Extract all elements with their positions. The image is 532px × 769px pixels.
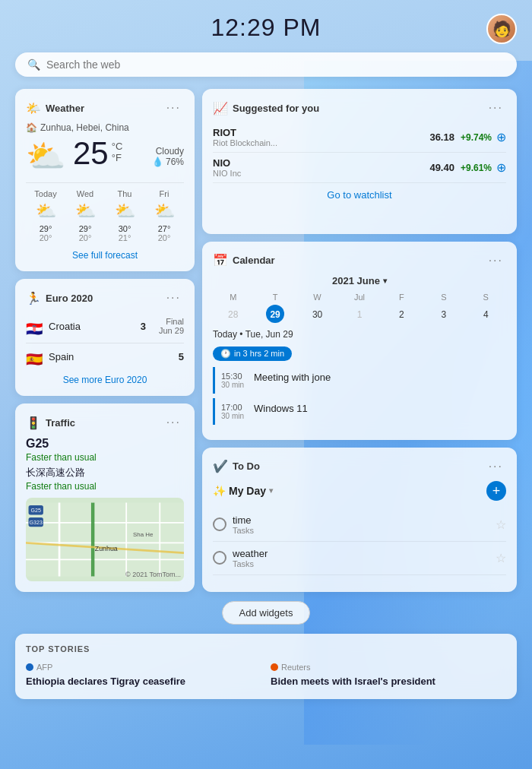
stocks-title: Suggested for you [233,103,319,114]
cal-day-29[interactable]: 29 [266,305,284,323]
event-1-duration: 30 min [221,412,248,420]
todo-myday-row: ✨ My Day ▾ + [213,481,506,501]
top-stories-label: TOP STORIES [26,644,506,653]
forecast-day-0: Today ⛅ 29° 20° [26,189,65,242]
map-svg: Zunhua Sha He G25 G323 [26,498,184,581]
euro-menu[interactable]: ··· [163,290,184,306]
svg-text:Sha He: Sha He [133,531,154,538]
right-column: 📈 Suggested for you ··· RIOT Riot Blockc… [202,89,517,592]
stock-ticker-1: NIO [213,157,429,169]
cal-day-2[interactable]: 2 [392,305,410,323]
todo-text-0: time Tasks [233,514,489,535]
weather-forecast: Today ⛅ 29° 20° Wed ⛅ 29° 20° [26,182,184,242]
cal-day-4[interactable]: 4 [477,305,495,323]
dow-0: M [213,291,253,303]
todo-icon: ✔️ [213,459,228,473]
stock-add-0[interactable]: ⊕ [496,130,506,144]
story-headline-1: Biden meets with Israel's president [271,675,506,688]
add-widgets-row: Add widgets [15,601,517,625]
search-input[interactable] [46,59,505,71]
soccer-icon: 🏃 [26,291,41,305]
event-0-time: 15:30 [221,372,248,381]
search-bar[interactable]: 🔍 [15,52,517,77]
stocks-header: 📈 Suggested for you ··· [213,100,506,116]
map-watermark: © 2021 TomTom... [125,571,181,578]
weather-condition: Cloudy 💧 76% [152,146,184,167]
event-0-duration: 30 min [221,381,248,389]
cal-day-30[interactable]: 30 [309,305,327,323]
stock-info-0: RIOT Riot Blockchain... [213,127,429,147]
calendar-icon: 📅 [213,253,228,267]
see-forecast-link[interactable]: See full forecast [26,250,184,261]
stock-price-0: 36.18 [429,131,454,143]
cal-event-1[interactable]: 17:00 30 min Windows 11 [213,398,506,425]
weather-header: 🌤️ Weather ··· [26,100,184,116]
story-headline-0: Ethiopia declares Tigray ceasefire [26,675,261,688]
forecast-day-3: Fri ⛅ 27° 20° [144,189,184,242]
croatia-flag: 🇭🇷 [26,321,43,332]
todo-task-name-1: weather [233,548,489,559]
avatar[interactable]: 🧑 [486,14,517,44]
stories-grid: AFP Ethiopia declares Tigray ceasefire R… [26,663,506,688]
temp-value: 25 [73,138,109,169]
weather-menu[interactable]: ··· [163,100,184,116]
cal-day-3[interactable]: 3 [435,305,453,323]
stock-price-1: 49.40 [429,162,454,173]
location-icon: 🏠 [26,122,37,133]
todo-menu[interactable]: ··· [486,458,506,475]
dow-3: Jul [339,291,379,303]
traffic-title-row: 🚦 Traffic [26,416,75,430]
match-team2-row: 🇪🇸 Spain 5 [26,347,184,367]
calendar-month: 2021 June ▾ [213,275,506,286]
sun-icon: ✨ [213,485,226,497]
dow-6: S [466,291,506,303]
match-team1-row: 🇭🇷 Croatia 3 Final Jun 29 [26,312,184,340]
traffic-road1-status: Faster than usual [26,452,184,463]
dow-1: T [255,291,295,303]
traffic-menu[interactable]: ··· [163,414,184,431]
widgets-area: 🌤️ Weather ··· 🏠 Zunhua, Hebei, China ⛅ … [15,89,517,592]
event-0-title: Meeting with jone [254,372,331,383]
team1-name: Croatia [49,321,81,332]
todo-myday-label: ✨ My Day ▾ [213,485,273,497]
todo-text-1: weather Tasks [233,548,489,568]
stock-row-0: RIOT Riot Blockchain... 36.18 +9.74% ⊕ [213,122,506,153]
dow-2: W [297,291,337,303]
traffic-widget: 🚦 Traffic ··· G25 Faster than usual 长深高速… [15,403,195,592]
todo-checkbox-0[interactable] [213,517,226,531]
top-stories-section: TOP STORIES AFP Ethiopia declares Tigray… [15,634,517,699]
todo-item-0: time Tasks ☆ [213,508,506,542]
see-more-euro-link[interactable]: See more Euro 2020 [26,375,184,385]
todo-title-row: ✔️ To Do [213,459,260,473]
cal-day-1[interactable]: 1 [350,305,369,323]
todo-add-button[interactable]: + [486,481,506,501]
cal-day-28[interactable]: 28 [224,305,242,323]
go-watchlist-link[interactable]: Go to watchlist [213,189,506,201]
chevron-down-icon: ▾ [383,277,387,285]
todo-task-sub-1: Tasks [233,559,489,568]
team1-score: 3 [131,321,146,332]
story-source-0: AFP [26,663,261,672]
calendar-title: Calendar [233,255,275,266]
todo-star-0[interactable]: ☆ [496,517,506,532]
forecast-day-2: Thu ⛅ 30° 21° [105,189,144,242]
stocks-title-row: 📈 Suggested for you [213,101,319,116]
add-widgets-button[interactable]: Add widgets [222,601,311,625]
cal-event-0[interactable]: 15:30 30 min Meeting with jone [213,367,506,394]
match-divider [26,343,184,343]
todo-task-name-0: time [233,514,489,526]
story-card-1[interactable]: Reuters Biden meets with Israel's presid… [271,663,506,688]
todo-star-1[interactable]: ☆ [496,551,506,565]
euro-header: 🏃 Euro 2020 ··· [26,290,184,306]
stock-info-1: NIO NIO Inc [213,157,429,178]
euro-title: Euro 2020 [46,293,93,304]
stock-add-1[interactable]: ⊕ [496,160,506,175]
weather-title-row: 🌤️ Weather [26,101,84,116]
stocks-menu[interactable]: ··· [486,100,506,116]
weather-title: Weather [46,103,84,114]
calendar-menu[interactable]: ··· [486,252,506,269]
main-panel: 🧑 12:29 PM 🔍 🌤️ Weather ··· 🏠 Zunhu [15,0,517,699]
todo-checkbox-1[interactable] [213,551,226,565]
story-card-0[interactable]: AFP Ethiopia declares Tigray ceasefire [26,663,261,688]
euro-widget: 🏃 Euro 2020 ··· 🇭🇷 Croatia 3 Final Jun 2… [15,279,195,396]
